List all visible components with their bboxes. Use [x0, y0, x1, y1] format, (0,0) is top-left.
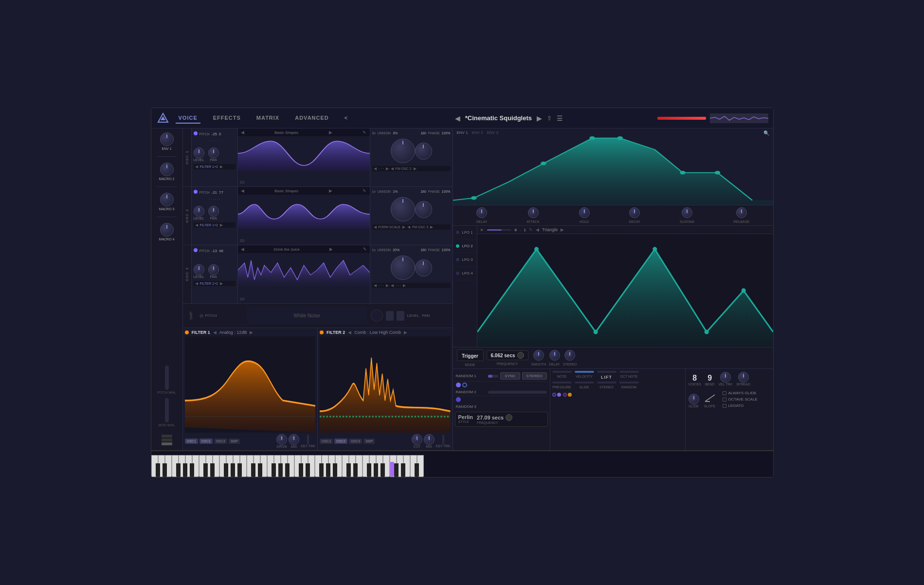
lfo-stereo-knob[interactable]: [564, 350, 575, 361]
mod-dot2[interactable]: [557, 393, 561, 397]
noise-active[interactable]: [199, 314, 203, 318]
macro4-knob[interactable]: [160, 223, 174, 237]
key-c5s[interactable]: [346, 463, 351, 477]
filter2-osc1-btn[interactable]: OSC1: [320, 439, 333, 444]
lift-bar[interactable]: [597, 371, 616, 373]
preset-save-btn[interactable]: ⇧: [547, 115, 552, 122]
filter1-mix-knob[interactable]: [289, 434, 299, 445]
filter2-keytrk-slider[interactable]: [442, 435, 444, 444]
pitch-wheel[interactable]: [165, 366, 169, 390]
lfo-viz[interactable]: [477, 234, 773, 347]
random1-dot2[interactable]: [462, 383, 467, 387]
key-c6s[interactable]: [394, 463, 399, 477]
spread-knob[interactable]: [738, 372, 749, 383]
env-decay-knob[interactable]: [629, 207, 640, 218]
noise-level-knob[interactable]: [371, 310, 383, 322]
osc3-unison-knob[interactable]: [391, 256, 415, 280]
lfo3-tab[interactable]: LFO 3: [453, 253, 477, 267]
lfo-rate-slider[interactable]: [487, 229, 511, 231]
random1-sync-btn[interactable]: SYNC: [500, 372, 520, 380]
velocity-bar[interactable]: [575, 371, 594, 373]
tab-arrow[interactable]: <: [342, 113, 351, 124]
random-freq-icon[interactable]: [506, 414, 512, 421]
filter2-active-dot[interactable]: [320, 330, 324, 334]
key-cs[interactable]: [156, 463, 160, 477]
key-ds[interactable]: [163, 463, 167, 477]
random2-dot1[interactable]: [456, 397, 461, 402]
random1-bar[interactable]: [488, 375, 499, 378]
slider2[interactable]: [162, 439, 172, 441]
filter1-keytrk-slider[interactable]: [307, 435, 309, 444]
filter1-active-dot[interactable]: [185, 330, 189, 334]
glide-knob[interactable]: [688, 394, 699, 404]
note-bar[interactable]: [552, 371, 572, 373]
filter1-osc2-btn[interactable]: OSC2: [199, 439, 213, 444]
osc3-pan-knob[interactable]: [208, 264, 219, 275]
key-f4s[interactable]: [319, 463, 324, 477]
macro2-knob[interactable]: [160, 163, 174, 176]
env-delay-knob[interactable]: [476, 207, 487, 218]
filter1-drive-knob[interactable]: [276, 434, 287, 445]
key-a2s[interactable]: [237, 463, 242, 477]
macro1-knob[interactable]: [160, 132, 174, 146]
tab-effects[interactable]: EFFECTS: [210, 113, 244, 124]
osc1-unison-knob[interactable]: [391, 139, 415, 163]
key-fs[interactable]: [176, 463, 181, 477]
key-f6s[interactable]: [415, 463, 419, 477]
filter1-smp-btn[interactable]: SMP: [229, 439, 240, 444]
slider3[interactable]: [162, 442, 172, 445]
key-g3s[interactable]: [278, 463, 283, 477]
filter2-osc3-btn[interactable]: OSC3: [349, 439, 362, 444]
lfo1-tab[interactable]: LFO 1: [453, 226, 477, 239]
slider1[interactable]: [162, 435, 172, 438]
octnote-bar[interactable]: [619, 371, 639, 373]
random2-bar[interactable]: [488, 391, 547, 394]
always-glide-checkbox[interactable]: [723, 391, 726, 395]
lfo2-tab[interactable]: LFO 2: [453, 239, 477, 253]
key-c3s[interactable]: [251, 463, 255, 477]
mod-dot4[interactable]: [568, 393, 572, 397]
env-search-icon[interactable]: 🔍: [763, 130, 769, 136]
key-g4s[interactable]: [326, 463, 330, 477]
lfo-smooth-knob[interactable]: [533, 350, 544, 361]
key-a4s[interactable]: [333, 463, 337, 477]
filter1-osc3-btn[interactable]: OSC3: [214, 439, 227, 444]
osc1-phase-knob[interactable]: [415, 143, 432, 160]
vel-trk-knob[interactable]: [720, 372, 731, 383]
filter2-viz[interactable]: [320, 336, 451, 433]
filter1-osc1-btn[interactable]: OSC1: [185, 439, 198, 444]
osc1-pan-knob[interactable]: [208, 147, 219, 158]
random1-stereo-btn[interactable]: STEREO: [522, 372, 547, 380]
master-level-bar[interactable]: [657, 117, 706, 120]
filter2-osc2-btn[interactable]: OSC2: [334, 439, 347, 444]
osc2-active-dot[interactable]: [194, 190, 198, 194]
lfo4-tab[interactable]: LFO 4: [453, 267, 477, 280]
piano-keyboard[interactable]: [151, 450, 773, 477]
osc3-level-knob[interactable]: [194, 264, 204, 275]
env-sustain-knob[interactable]: [682, 207, 692, 218]
slide-bar[interactable]: [575, 382, 594, 384]
random-bar[interactable]: [619, 382, 639, 384]
key-d2s[interactable]: [210, 463, 215, 477]
env-release-knob[interactable]: [736, 207, 747, 218]
filter2-mix-knob[interactable]: [424, 434, 435, 445]
preset-prev-btn[interactable]: ◀: [455, 114, 460, 122]
pressure-bar[interactable]: [552, 382, 572, 384]
mod-wheel[interactable]: [165, 398, 169, 422]
legato-checkbox[interactable]: [723, 404, 726, 408]
osc2-phase-knob[interactable]: [415, 201, 432, 218]
key-c2s[interactable]: [203, 463, 208, 477]
mod-dot1[interactable]: [552, 393, 556, 397]
osc2-unison-knob[interactable]: [391, 197, 415, 221]
env-hold-knob[interactable]: [579, 207, 590, 218]
key-d3s[interactable]: [258, 463, 262, 477]
key-g5s[interactable]: [374, 463, 378, 477]
key-f2s[interactable]: [224, 463, 228, 477]
key-d5s[interactable]: [353, 463, 358, 477]
tab-voice[interactable]: VOICE: [176, 113, 200, 124]
macro3-knob[interactable]: [160, 193, 174, 206]
octave-scale-checkbox[interactable]: [723, 398, 726, 402]
lfo-delay-knob[interactable]: [549, 350, 560, 361]
key-g2s[interactable]: [231, 463, 235, 477]
stereo-bar[interactable]: [597, 382, 616, 384]
